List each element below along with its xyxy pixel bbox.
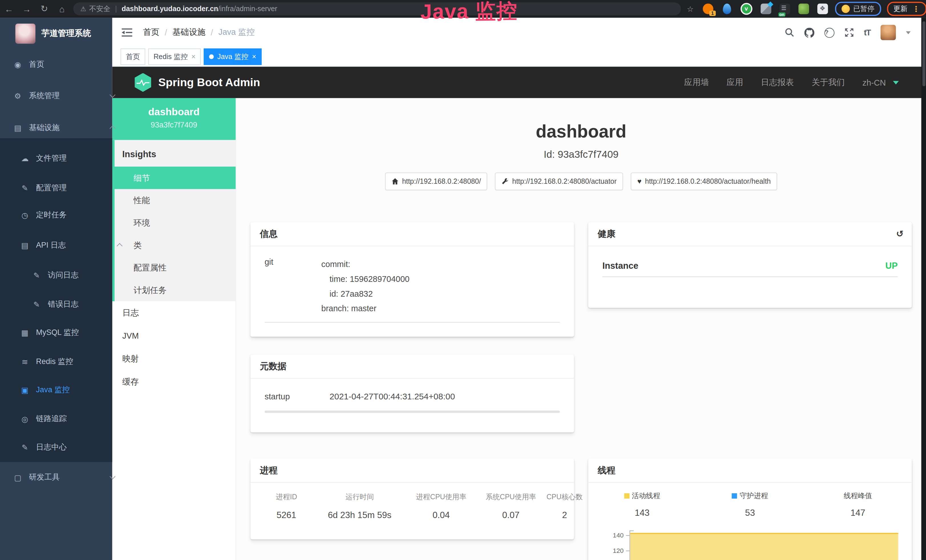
annotation-java-monitor: Java 监控 [421,0,518,26]
font-size-icon[interactable]: tT [864,28,870,37]
horizontal-scrollbar[interactable] [265,410,560,413]
extension-icon-check[interactable]: v [740,3,752,15]
sba-nav-about[interactable]: 关于我们 [812,77,845,88]
threads-card: 线程 活动线程 143 守护进程 53 线程峰值 147 140 [589,459,912,560]
breadcrumb-infrastructure[interactable]: 基础设施 [172,27,205,38]
sidebar-item-system-mgmt[interactable]: ⚙ 系统管理 [0,84,125,107]
security-label[interactable]: 不安全 [89,4,110,14]
health-heart-icon: ♥ [637,177,642,185]
github-icon[interactable] [804,27,814,37]
sba-instance-header[interactable]: dashboard 93a3fc7f7409 [112,98,236,140]
sidebar-item-log-center[interactable]: ✎ 日志中心 [0,435,132,459]
sidebar-item-mysql-monitor[interactable]: ▦ MySQL 监控 [0,321,132,344]
update-label: 更新 [893,4,908,14]
app-sidebar: 芋道管理系统 ◉ 首页 ⚙ 系统管理 ▤ 基础设施 ☁ 文件管理 ✎ 配置管理 … [0,18,112,560]
history-icon[interactable]: ↺ [896,222,903,246]
threads-chart: 140 120 100 [589,526,912,560]
search-icon[interactable] [785,28,794,37]
sba-nav-metrics[interactable]: 性能 [115,189,236,212]
home-icon [392,178,399,185]
y-axis-cap [629,531,633,531]
sidebar-item-java-monitor[interactable]: ▣ Java 监控 [0,378,132,402]
legend-peak-threads: 线程峰值 147 [804,491,912,518]
bookmark-star-icon[interactable]: ☆ [687,5,694,14]
home-icon[interactable]: ⌂ [53,4,71,14]
log-edit-icon: ✎ [32,300,41,309]
metadata-card-title: 元数据 [250,354,574,378]
info-card: 信息 git commit: time: 1596289704000 id: 2… [250,222,574,337]
close-icon[interactable]: × [191,53,196,60]
profile-paused-badge[interactable]: 已暂停 [835,2,881,16]
tab-redis-monitor[interactable]: Redis 监控 × [148,48,201,65]
process-table: 进程ID 运行时间 进程CPU使用率 系统CPU使用率 CPU核心数 5261 … [250,483,574,520]
sba-nav-journal[interactable]: 日志报表 [761,77,794,88]
breadcrumb-java-monitor: Java 监控 [218,27,255,38]
app-title: 芋道管理系统 [41,28,91,39]
extension-icon-pin[interactable] [723,3,731,14]
sidebar-item-tracing[interactable]: ◎ 链路追踪 [0,407,132,431]
help-icon[interactable]: ? [824,27,834,37]
sidebar-item-api-logs[interactable]: ▤ API 日志 [0,233,132,257]
scrollbar-thumb[interactable] [923,21,925,86]
sidebar-item-scheduled-tasks[interactable]: ◷ 定时任务 [0,203,132,227]
service-url-chip[interactable]: http://192.168.0.2:48080/ [385,173,487,190]
hamburger-icon[interactable] [122,28,132,36]
sidebar-item-error-logs[interactable]: ✎ 错误日志 [0,292,144,316]
legend-live-threads: 活动线程 143 [589,491,696,518]
tab-java-monitor[interactable]: Java 监控 × [204,48,261,65]
user-avatar[interactable] [881,25,896,40]
system-cpu-value: 0.07 [476,510,546,520]
sba-title[interactable]: Spring Boot Admin [158,76,260,89]
fullscreen-icon[interactable] [844,28,854,37]
profile-avatar-emoji [841,5,850,13]
window-scrollbar[interactable] [921,18,926,560]
extension-icon-orange[interactable]: 1 [703,3,713,14]
app-logo[interactable]: 芋道管理系统 [0,18,112,50]
health-url-chip[interactable]: ♥ http://192.168.0.2:48080/actuator/heal… [631,173,777,190]
actuator-url-chip[interactable]: http://192.168.0.2:48080/actuator [495,173,623,190]
extension-on-badge: on [778,12,786,16]
user-menu-caret-icon[interactable] [906,31,911,34]
breadcrumb-home[interactable]: 首页 [143,27,159,38]
gear-icon: ⚙ [13,91,23,100]
info-card-title: 信息 [250,222,574,247]
extensions-puzzle-icon[interactable]: ❖ [817,3,828,14]
log-edit-icon: ✎ [20,443,29,452]
sidebar-item-home[interactable]: ◉ 首页 [0,53,125,76]
health-card: 健康 ↺ Instance UP [589,222,912,308]
chrome-update-button[interactable]: 更新 ⋮ [887,2,926,16]
cloud-upload-icon: ☁ [20,154,29,163]
health-row-instance[interactable]: Instance UP [589,247,912,271]
reload-icon[interactable]: ↻ [35,3,53,14]
sba-nav-classes[interactable]: 类 [115,234,236,256]
sba-language-select[interactable]: zh-CN [862,77,886,87]
sba-nav-applications[interactable]: 应用 [727,77,743,88]
kebab-menu-icon[interactable]: ⋮ [912,5,920,14]
forward-icon[interactable]: → [18,4,35,14]
sba-nav-wallboard[interactable]: 应用墙 [684,77,709,88]
sidebar-item-access-logs[interactable]: ✎ 访问日志 [0,263,144,287]
extension-icon-key[interactable] [798,3,809,14]
url-path: /infra/admin-server [218,5,277,13]
y-tick-label: 120 [589,547,624,554]
y-tick [626,535,629,536]
process-card: 进程 进程ID 运行时间 进程CPU使用率 系统CPU使用率 CPU核心数 52… [250,459,574,539]
sidebar-item-redis-monitor[interactable]: ≋ Redis 监控 [0,350,132,374]
extension-icon-grid[interactable] [760,3,771,14]
chevron-up-icon [117,243,123,249]
sba-nav-insights[interactable]: Insights [115,140,236,166]
sidebar-item-config-mgmt[interactable]: ✎ 配置管理 [0,176,132,200]
url-divider: | [115,5,117,13]
extension-icon-switch[interactable]: on [779,3,790,14]
sba-logo-icon [135,73,151,92]
sidebar-item-file-mgmt[interactable]: ☁ 文件管理 [0,147,132,170]
sba-nav-environment[interactable]: 环境 [115,211,236,234]
sidebar-item-infrastructure[interactable]: ▤ 基础设施 [0,116,125,139]
back-icon[interactable]: ← [0,4,18,14]
url-bar[interactable]: ⚠ 不安全 | dashboard.yudao.iocoder.cn/infra… [73,2,681,15]
sba-header: Spring Boot Admin 应用墙 应用 日志报表 关于我们 zh-CN [112,67,926,98]
sidebar-item-dev-tools[interactable]: ▢ 研发工具 [0,466,125,489]
log-icon: ▤ [20,241,29,250]
close-icon[interactable]: × [252,53,256,60]
metadata-card: 元数据 startup 2021-04-27T00:44:31.254+08:0… [250,354,574,432]
